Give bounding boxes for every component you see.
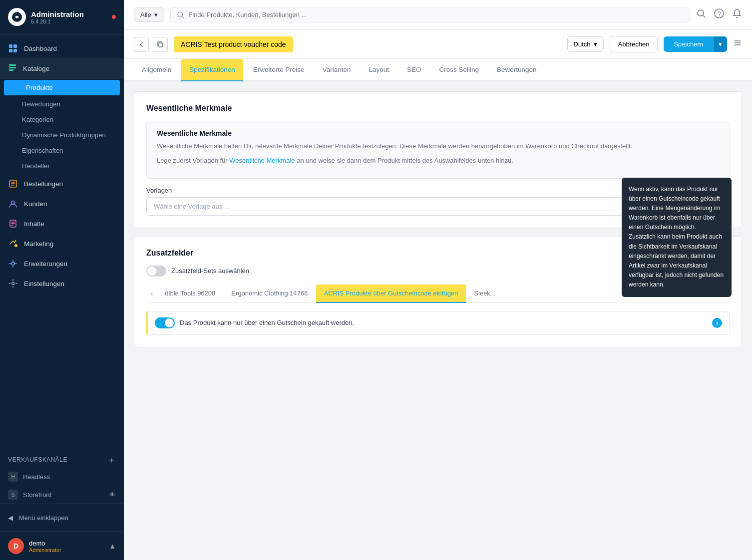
- sidebar-item-dashboard[interactable]: Dashboard: [0, 38, 124, 58]
- language-select[interactable]: Dutch ▾: [567, 36, 604, 52]
- sub-tab-ergonomic[interactable]: Ergonomic Clothing 14766: [223, 284, 316, 303]
- help-icon[interactable]: ?: [714, 8, 724, 21]
- sidebar-header: Administration 6.4.20.1: [0, 0, 124, 34]
- hersteller-label: Hersteller: [22, 162, 50, 170]
- sub-tab-left-arrow[interactable]: ‹: [146, 289, 157, 298]
- einstellungen-label: Einstellungen: [24, 280, 64, 287]
- page-content: ACRIS Test product voucher code Dutch ▾ …: [124, 30, 752, 560]
- sub-tab-dible-tools[interactable]: dible Tools 96208: [157, 284, 223, 303]
- sidebar-item-kategorien[interactable]: Kategorien: [0, 112, 124, 127]
- nav-back-button[interactable]: [134, 37, 149, 52]
- tab-varianten[interactable]: Varianten: [315, 59, 359, 81]
- tab-spezifikationen[interactable]: Spezifikationen: [181, 59, 243, 81]
- notification-dot: [112, 15, 116, 19]
- einstellungen-icon: [8, 279, 18, 288]
- sidebar-item-einstellungen[interactable]: Einstellungen: [0, 274, 124, 293]
- sidebar-item-hersteller[interactable]: Hersteller: [0, 158, 124, 174]
- nav-arrows: [134, 37, 168, 52]
- svg-rect-2: [13, 44, 17, 48]
- sidebar-item-kataloge[interactable]: Kataloge: [0, 58, 124, 79]
- merkmale-info-title: Wesentliche Merkmale: [157, 129, 719, 137]
- sidebar-item-marketing[interactable]: Marketing: [0, 234, 124, 254]
- app-info: Administration 6.4.20.1: [31, 10, 107, 24]
- sidebar-footer: ◀ Menü einklappen: [0, 504, 124, 532]
- zusatzfelder-card: Zusatzfelder Zusatzfeld-Sets auswählen ‹…: [134, 236, 742, 347]
- add-sales-channel-button[interactable]: ＋: [107, 454, 116, 466]
- voucher-tooltip: Wenn aktiv, kann das Produkt nur über ei…: [622, 178, 732, 297]
- bestellungen-icon: [8, 179, 18, 189]
- user-menu-chevron[interactable]: ▲: [109, 542, 116, 550]
- tooltip-text: Wenn aktiv, kann das Produkt nur über ei…: [629, 186, 724, 288]
- app-version: 6.4.20.1: [31, 18, 107, 24]
- content-area: Wesentliche Merkmale Wesentliche Merkmal…: [124, 81, 752, 357]
- zusatzfeld-toggle[interactable]: [146, 266, 166, 277]
- app-title: Administration: [31, 10, 107, 18]
- tab-bewertungen[interactable]: Bewertungen: [489, 59, 545, 81]
- user-info: demo Administrator: [29, 540, 104, 553]
- voucher-toggle[interactable]: [155, 317, 175, 328]
- user-name: demo: [29, 540, 104, 547]
- save-button-wrap: Speichern ▾: [664, 36, 727, 52]
- sidebar-item-dynamische[interactable]: Dynamische Produktgruppen: [0, 127, 124, 143]
- svg-rect-19: [159, 43, 163, 47]
- sidebar-item-erweiterungen[interactable]: Erweiterungen: [0, 254, 124, 274]
- sidebar-item-produkte[interactable]: Produkte: [4, 80, 120, 95]
- erweiterungen-label: Erweiterungen: [24, 260, 67, 268]
- channel-headless[interactable]: H Headless: [0, 468, 124, 486]
- kategorien-label: Kategorien: [22, 116, 53, 123]
- kunden-label: Kunden: [24, 200, 47, 208]
- sidebar-item-bewertungen[interactable]: Bewertungen: [0, 96, 124, 112]
- inhalte-label: Inhalte: [24, 220, 44, 228]
- tab-layout[interactable]: Layout: [361, 59, 397, 81]
- nav-copy-button[interactable]: [153, 37, 168, 52]
- sidebar-item-kunden[interactable]: Kunden: [0, 194, 124, 214]
- tab-erweiterte-preise[interactable]: Erweiterte Preise: [245, 59, 313, 81]
- svg-rect-4: [13, 49, 17, 52]
- main-content: Alle ▾ ?: [124, 0, 752, 560]
- erweiterungen-icon: [8, 259, 18, 269]
- sidebar-nav: Dashboard Kataloge Produkte Bewertungen …: [0, 34, 124, 448]
- svg-rect-5: [9, 64, 16, 66]
- svg-point-13: [12, 282, 14, 285]
- headless-label: Headless: [23, 473, 50, 481]
- svg-rect-3: [9, 49, 12, 52]
- search-type-select[interactable]: Alle ▾: [134, 7, 164, 22]
- merkmale-info-box: Wesentliche Merkmale Wesentliche Merkmal…: [146, 121, 730, 179]
- cancel-button[interactable]: Abbrechen: [610, 36, 658, 52]
- collapse-icon: ◀: [8, 514, 13, 522]
- kataloge-label: Kataloge: [23, 65, 49, 72]
- user-role: Administrator: [29, 547, 104, 553]
- sub-tab-acris-voucher[interactable]: ACRIS Produkte über Gutscheincode einfüg…: [316, 284, 466, 303]
- svg-rect-7: [9, 69, 13, 71]
- voucher-row: Das Produkt kann nur über einen Gutschei…: [146, 311, 730, 335]
- kunden-icon: [8, 199, 18, 209]
- tab-seo[interactable]: SEO: [399, 59, 429, 81]
- svg-point-15: [698, 10, 704, 16]
- sales-channel-label: Verkaufskanäle: [8, 456, 67, 463]
- sidebar-item-inhalte[interactable]: Inhalte: [0, 214, 124, 234]
- menu-collapse-button[interactable]: ◀ Menü einklappen: [8, 510, 116, 526]
- search-input[interactable]: [188, 11, 684, 18]
- product-name-badge: ACRIS Test product voucher code: [174, 36, 293, 52]
- svg-rect-6: [9, 67, 16, 68]
- channel-storefront[interactable]: S Storefront 👁: [0, 486, 124, 504]
- search-button[interactable]: [696, 8, 706, 21]
- dynamische-label: Dynamische Produktgruppen: [22, 131, 106, 139]
- sidebar-item-bestellungen[interactable]: Bestellungen: [0, 174, 124, 194]
- notification-icon[interactable]: [732, 8, 742, 21]
- tab-allgemein[interactable]: Allgemein: [134, 59, 179, 81]
- inhalte-icon: [8, 219, 18, 229]
- save-dropdown-button[interactable]: ▾: [713, 36, 727, 52]
- storefront-icon: S: [8, 490, 18, 500]
- sub-tab-sleek[interactable]: Sleek...: [466, 284, 503, 303]
- tab-cross-selling[interactable]: Cross Selling: [431, 59, 487, 81]
- sidebar-item-eigenschaften[interactable]: Eigenschaften: [0, 143, 124, 158]
- merkmale-link[interactable]: Wesentliche Merkmale: [229, 157, 295, 164]
- user-avatar: D: [8, 538, 24, 554]
- storefront-visibility-icon: 👁: [109, 491, 116, 499]
- voucher-info-button[interactable]: i: [712, 318, 722, 328]
- save-button[interactable]: Speichern: [664, 36, 713, 52]
- list-options-icon[interactable]: [733, 38, 742, 50]
- search-icon: [177, 11, 185, 19]
- merkmale-info-text1: Wesentliche Merkmale helfen Dir, relevan…: [157, 141, 719, 152]
